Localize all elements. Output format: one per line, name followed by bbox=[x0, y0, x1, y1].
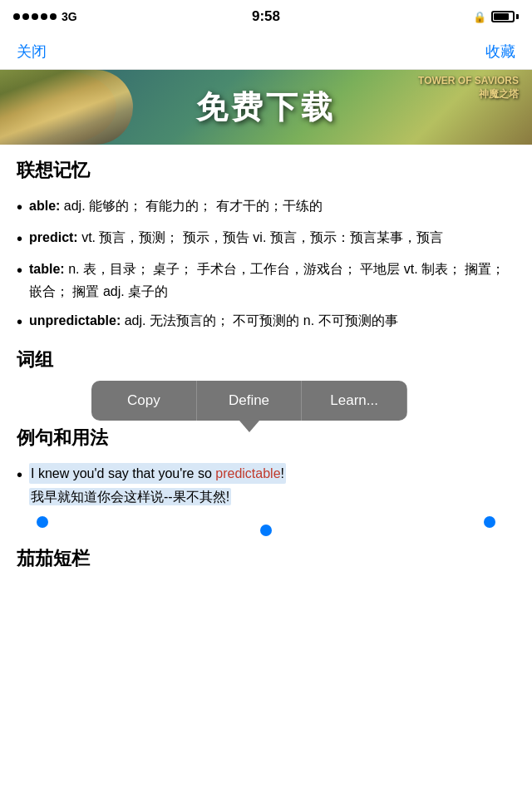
example-english-end: ! bbox=[281, 466, 284, 480]
def-able: adj. 能够的； 有能力的； 有才干的；干练的 bbox=[60, 199, 323, 213]
context-menu-arrow bbox=[239, 421, 259, 432]
main-content: 联想记忆 • able: adj. 能够的； 有能力的； 有才干的；干练的 • … bbox=[0, 145, 532, 584]
entry-predict-text: predict: vt. 预言，预测； 预示，预告 vi. 预言，预示：预言某事… bbox=[29, 226, 515, 249]
example-bullet-1: • bbox=[17, 462, 22, 487]
nav-bar: 关闭 收藏 bbox=[0, 33, 532, 70]
banner-download-text: 免费下载 bbox=[196, 86, 336, 129]
banner-image bbox=[0, 70, 133, 145]
dot4 bbox=[41, 13, 47, 20]
carrier-label: 3G bbox=[62, 10, 77, 23]
example-section: 例句和用法 • I knew you'd say that you're so … bbox=[17, 426, 515, 532]
status-left: 3G bbox=[13, 10, 77, 23]
mnemonic-title: 联想记忆 bbox=[17, 158, 515, 183]
bullet-unpredictable: • bbox=[17, 309, 22, 334]
context-menu-learn[interactable]: Learn... bbox=[302, 381, 407, 421]
example-text-1: I knew you'd say that you're so predicta… bbox=[29, 462, 515, 507]
example-english-1: I knew you'd say that you're so predicta… bbox=[29, 463, 286, 484]
battery-tip bbox=[516, 14, 519, 19]
context-menu-copy[interactable]: Copy bbox=[91, 381, 197, 421]
entry-unpredictable-text: unpredictable: adj. 无法预言的； 不可预测的 n. 不可预测… bbox=[29, 309, 515, 332]
selection-handle-bottom bbox=[260, 525, 272, 536]
word-able: able: bbox=[29, 199, 60, 213]
context-menu: Copy Define Learn... bbox=[91, 381, 407, 421]
word-unpredictable: unpredictable: bbox=[29, 313, 121, 328]
battery bbox=[491, 11, 519, 22]
def-predict: vt. 预言，预测； 预示，预告 vi. 预言，预示：预言某事，预言 bbox=[78, 230, 443, 244]
status-bar: 3G 9:58 🔒 bbox=[0, 0, 532, 33]
entry-table-text: table: n. 表，目录； 桌子； 手术台，工作台，游戏台； 平地层 vt.… bbox=[29, 258, 515, 303]
example-english-before: I knew you'd say that you're so bbox=[31, 466, 215, 480]
entry-table: • table: n. 表，目录； 桌子； 手术台，工作台，游戏台； 平地层 v… bbox=[17, 258, 515, 303]
signal-dots bbox=[13, 13, 57, 20]
battery-fill bbox=[494, 13, 509, 20]
entry-able: • able: adj. 能够的； 有能力的； 有才干的；干练的 bbox=[17, 195, 515, 219]
phrase-title: 词组 bbox=[17, 347, 515, 372]
selection-handle-left bbox=[37, 516, 48, 528]
example-title: 例句和用法 bbox=[17, 426, 515, 451]
dot1 bbox=[13, 13, 20, 20]
close-button[interactable]: 关闭 bbox=[17, 42, 47, 62]
context-menu-define[interactable]: Define bbox=[197, 381, 303, 421]
bullet-predict: • bbox=[17, 226, 22, 251]
example-chinese-1: 我早就知道你会这样说--果不其然! bbox=[29, 488, 231, 505]
banner-game-title: TOWER OF SAVIORS 神魔之塔 bbox=[418, 75, 519, 101]
phrase-section: 词组 Copy Define Learn... bbox=[17, 347, 515, 421]
status-time: 9:58 bbox=[252, 8, 280, 25]
entry-predict: • predict: vt. 预言，预测； 预示，预告 vi. 预言，预示：预言… bbox=[17, 226, 515, 251]
example-item-1: • I knew you'd say that you're so predic… bbox=[17, 462, 515, 507]
def-unpredictable: adj. 无法预言的； 不可预测的 n. 不可预测的事 bbox=[121, 313, 397, 328]
lock-icon: 🔒 bbox=[473, 11, 486, 23]
dot3 bbox=[32, 13, 38, 20]
dot2 bbox=[22, 13, 29, 20]
example-highlight-word: predictable bbox=[215, 466, 280, 480]
banner[interactable]: TOWER OF SAVIORS 神魔之塔 免费下载 bbox=[0, 70, 532, 145]
def-table: n. 表，目录； 桌子； 手术台，工作台，游戏台； 平地层 vt. 制表； 搁置… bbox=[29, 262, 505, 298]
more-section-text: 茄茄短栏 bbox=[17, 548, 90, 569]
bullet-table: • bbox=[17, 258, 22, 283]
status-right: 🔒 bbox=[473, 11, 519, 23]
selection-handles-area bbox=[17, 516, 515, 533]
entry-able-text: able: adj. 能够的； 有能力的； 有才干的；干练的 bbox=[29, 195, 515, 217]
more-section-title: 茄茄短栏 bbox=[17, 546, 515, 571]
word-entries: • able: adj. 能够的； 有能力的； 有才干的；干练的 • predi… bbox=[17, 195, 515, 334]
collect-button[interactable]: 收藏 bbox=[485, 42, 515, 62]
dot5 bbox=[50, 13, 57, 20]
word-predict: predict: bbox=[29, 230, 78, 244]
entry-unpredictable: • unpredictable: adj. 无法预言的； 不可预测的 n. 不可… bbox=[17, 309, 515, 334]
selection-handle-right bbox=[484, 516, 495, 528]
bullet-able: • bbox=[17, 195, 22, 219]
battery-body bbox=[491, 11, 515, 22]
word-table: table: bbox=[29, 262, 65, 276]
